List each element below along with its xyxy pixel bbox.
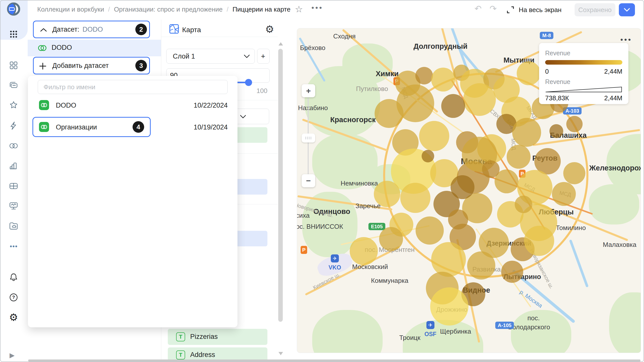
scrollbar-down-arrow[interactable] xyxy=(278,352,283,355)
revenue-bubble[interactable] xyxy=(419,121,449,151)
revenue-bubble[interactable] xyxy=(350,237,378,265)
rail-more-icon[interactable] xyxy=(7,240,20,253)
chart-type-label: Карта xyxy=(182,26,201,34)
map-place-label: пос. ВНИИССОК xyxy=(297,223,343,231)
favorite-star-icon[interactable]: ☆ xyxy=(295,4,303,15)
revenue-bubble[interactable] xyxy=(374,181,400,207)
airport-icon: ✈ xyxy=(426,321,434,329)
dataset-selector[interactable]: Датасет: DODO 2 xyxy=(33,21,150,38)
revenue-bubble[interactable] xyxy=(524,226,554,256)
dataset-option-date: 10/19/2024 xyxy=(194,123,228,131)
apps-grid-icon[interactable] xyxy=(7,28,20,41)
revenue-bubble[interactable] xyxy=(375,99,404,128)
revenue-bubble[interactable] xyxy=(431,68,455,92)
map-zoom-drag-handle[interactable] xyxy=(302,133,315,143)
map-place-label: Щербинка xyxy=(440,328,471,335)
revenue-bubble[interactable] xyxy=(552,182,576,206)
map-green-area xyxy=(312,310,383,353)
suburban-rail-icon: Р xyxy=(301,246,307,254)
breadcrumb-collections[interactable]: Коллекции и воркбуки xyxy=(37,6,104,13)
revenue-bubble[interactable] xyxy=(517,61,541,85)
revenue-bubble[interactable] xyxy=(448,209,468,230)
top-bar: Коллекции и воркбуки / Организации: спро… xyxy=(0,0,644,20)
revenue-bubble[interactable] xyxy=(463,83,496,116)
saved-button[interactable]: Сохранено xyxy=(575,3,615,16)
revenue-bubble[interactable] xyxy=(515,196,532,213)
map-canvas[interactable]: ••• + − Revenue 0 2,44M Revenue 738,83К … xyxy=(297,28,641,353)
tutorial-step-badge-4: 4 xyxy=(133,121,144,133)
revenue-bubble[interactable] xyxy=(379,227,403,251)
revenue-bubble[interactable] xyxy=(441,94,465,118)
revenue-bubble[interactable] xyxy=(563,162,585,184)
revenue-bubble[interactable] xyxy=(482,160,500,178)
connections-icon[interactable] xyxy=(7,119,20,132)
map-green-area xyxy=(589,184,639,224)
save-dropdown-button[interactable] xyxy=(619,3,635,16)
field-chip-pizzerias[interactable]: T Pizzerias xyxy=(168,329,267,345)
revenue-bubble[interactable] xyxy=(451,175,474,199)
revenue-bubble[interactable] xyxy=(566,116,583,132)
add-dataset-label: Добавить датасет xyxy=(52,62,109,70)
revenue-bubble[interactable] xyxy=(549,124,563,138)
tutorial-step-badge-2: 2 xyxy=(135,24,147,35)
revenue-bubble[interactable] xyxy=(431,242,466,277)
dataset-filter-input[interactable] xyxy=(38,80,228,94)
map-legend: Revenue 0 2,44M Revenue 738,83К 2,44M xyxy=(539,43,628,104)
map-place-label: Брёхово xyxy=(300,44,325,52)
map-place-label: Володарского xyxy=(508,323,550,331)
layer-select[interactable]: Слой 1 xyxy=(166,49,255,64)
workbooks-icon[interactable] xyxy=(7,59,20,72)
scrollbar-up-arrow[interactable] xyxy=(278,42,283,46)
undo-icon[interactable]: ↶ xyxy=(474,4,482,14)
map-place-label: Железнодорожный xyxy=(589,164,641,172)
notifications-bell-icon[interactable] xyxy=(7,271,20,284)
datasets-icon[interactable] xyxy=(7,139,20,152)
add-layer-button[interactable]: + xyxy=(257,49,270,64)
map-place-label: Красногорск xyxy=(330,116,376,124)
dataset-option-name: DODO xyxy=(56,102,76,109)
chevron-up-icon xyxy=(40,27,47,32)
revenue-bubble[interactable] xyxy=(512,118,541,147)
storage-folder-icon[interactable] xyxy=(7,219,20,232)
legend-size-title: Revenue xyxy=(545,78,570,85)
help-icon[interactable]: ? xyxy=(7,291,20,304)
opacity-slider-handle[interactable] xyxy=(245,79,252,86)
charts-icon[interactable] xyxy=(7,159,20,172)
legend-color-min: 0 xyxy=(545,68,549,75)
add-dataset-button[interactable]: Добавить датасет 3 xyxy=(33,57,150,74)
revenue-bubble[interactable] xyxy=(415,67,433,84)
settings-gear-icon[interactable]: ⚙ xyxy=(7,311,20,324)
map-place-label: Химки xyxy=(376,70,399,78)
revenue-bubble[interactable] xyxy=(430,287,468,326)
fullscreen-icon[interactable] xyxy=(506,6,515,14)
redo-icon[interactable]: ↷ xyxy=(490,4,497,14)
datalens-logo[interactable] xyxy=(7,3,20,16)
panel-scrollbar-thumb[interactable] xyxy=(278,49,283,322)
expand-rail-arrow[interactable]: ▶ xyxy=(10,351,15,359)
collections-icon[interactable] xyxy=(7,79,20,92)
plus-icon xyxy=(39,62,47,70)
map-place-label: Заречье xyxy=(355,202,381,210)
revenue-bubble[interactable] xyxy=(501,261,523,283)
dataset-option-date: 10/22/2024 xyxy=(194,102,228,109)
active-dataset-name: DODO xyxy=(52,44,72,52)
dashboards-icon[interactable] xyxy=(7,199,20,212)
horizontal-scrollbar[interactable] xyxy=(28,359,640,361)
more-menu-icon[interactable]: ••• xyxy=(311,4,323,12)
revenue-bubble[interactable] xyxy=(422,150,434,162)
breadcrumb-workbook[interactable]: Организации: спрос и предложение xyxy=(114,6,223,13)
tables-icon[interactable] xyxy=(7,179,20,193)
chart-settings-gear-icon[interactable]: ⚙ xyxy=(265,24,274,34)
road-shield: А-105 xyxy=(495,322,514,329)
revenue-bubble[interactable] xyxy=(416,216,444,245)
fullscreen-label[interactable]: На весь экран xyxy=(519,6,561,14)
favorites-icon[interactable] xyxy=(7,99,20,112)
map-zoom-out-button[interactable]: − xyxy=(302,174,315,187)
map-widget-menu-icon[interactable]: ••• xyxy=(620,35,632,44)
revenue-bubble[interactable] xyxy=(467,251,495,280)
revenue-bubble[interactable] xyxy=(507,145,531,169)
map-chart-icon xyxy=(169,24,179,34)
map-zoom-in-button[interactable]: + xyxy=(302,84,315,97)
active-dataset-row[interactable]: DODO xyxy=(28,40,161,56)
revenue-bubble[interactable] xyxy=(400,183,430,213)
